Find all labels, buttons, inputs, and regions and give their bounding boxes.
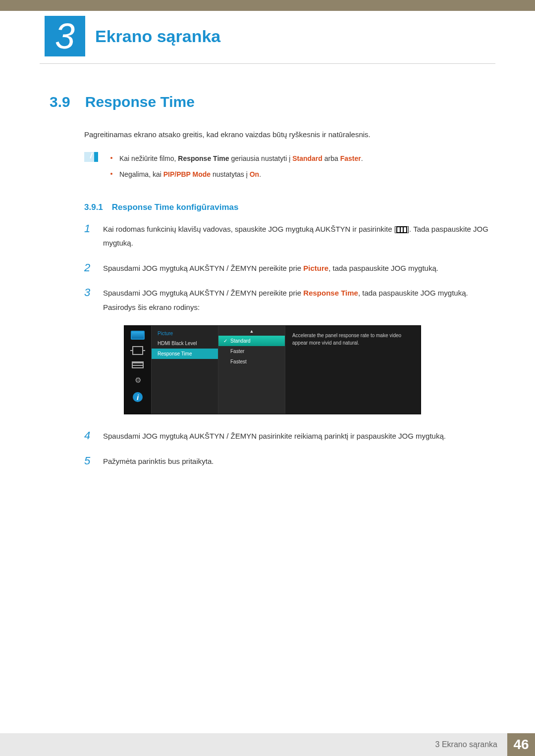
text-bold: Response Time (178, 154, 229, 162)
text-highlight: Faster (340, 154, 361, 162)
step-text: Spausdami JOG mygtuką AUKŠTYN / ŽEMYN pe… (103, 261, 438, 276)
text-highlight: On (250, 170, 259, 178)
chapter-title: Ekrano sąranka (95, 27, 220, 46)
step-text: Spausdami JOG mygtuką AUKŠTYN / ŽEMYN pe… (103, 286, 495, 314)
chapter-number-badge: 3 (45, 16, 85, 56)
osd-item-panel: Picture HDMI Black Level Response Time (152, 326, 218, 414)
text: geriausia nustatyti į (229, 154, 293, 162)
osd-menu: ⚙ i Picture HDMI Black Level Response Ti… (124, 325, 421, 414)
step-text: Spausdami JOG mygtuką AUKŠTYN / ŽEMYN pa… (103, 429, 446, 444)
subsection-title: Response Time konfigūravimas (112, 202, 239, 212)
step-list-continued: 4 Spausdami JOG mygtuką AUKŠTYN / ŽEMYN … (84, 429, 495, 468)
osd-description: Accelerate the panel response rate to ma… (292, 332, 414, 347)
list-tab-icon (132, 361, 144, 368)
menu-icon (396, 226, 407, 233)
size-tab-icon (132, 346, 143, 355)
info-tab-icon: i (133, 392, 143, 402)
osd-category-title: Picture (152, 329, 218, 338)
subsection-number: 3.9.1 (84, 202, 103, 212)
text-highlight: Picture (303, 264, 328, 272)
text: , tada paspauskite JOG mygtuką. (328, 264, 438, 272)
osd-description-panel: Accelerate the panel response rate to ma… (285, 326, 421, 414)
step-text: Pažymėta parinktis bus pritaikyta. (103, 454, 214, 469)
note-item-1: Kai nežiūrite filmo, Response Time geria… (110, 151, 363, 167)
text-highlight: PIP/PBP Mode (163, 170, 211, 178)
section-heading: 3.9 Response Time (50, 94, 495, 110)
section-intro: Pagreitinamas ekrano atsako greitis, kad… (84, 130, 495, 139)
text: . (361, 154, 363, 162)
step-4: 4 Spausdami JOG mygtuką AUKŠTYN / ŽEMYN … (84, 429, 495, 444)
text: Kai rodomas funkcinių klavišų vadovas, s… (103, 225, 396, 233)
footer-chapter-label: 3 Ekrano sąranka (426, 733, 507, 756)
settings-tab-icon: ⚙ (131, 375, 145, 386)
osd-option-faster: Faster (218, 346, 285, 356)
osd-item-response-time: Response Time (152, 349, 218, 359)
text-highlight: Standard (292, 154, 322, 162)
step-number: 3 (84, 286, 93, 314)
text: Negalima, kai (119, 170, 163, 178)
step-list: 1 Kai rodomas funkcinių klavišų vadovas,… (84, 222, 495, 315)
footer-bar (0, 733, 426, 756)
osd-item-hdmi-black-level: HDMI Black Level (152, 338, 218, 349)
page-footer: 3 Ekrano sąranka 46 (0, 733, 535, 756)
text: Spausdami JOG mygtuką AUKŠTYN / ŽEMYN pe… (103, 264, 303, 272)
step-5: 5 Pažymėta parinktis bus pritaikyta. (84, 454, 495, 469)
osd-option-fastest: Fastest (218, 356, 285, 367)
step-text: Kai rodomas funkcinių klavišų vadovas, s… (103, 222, 495, 251)
step-number: 5 (84, 454, 93, 469)
text: nustatytas į (211, 170, 250, 178)
osd-option-standard: Standard (218, 336, 285, 346)
section-title: Response Time (85, 94, 195, 110)
text: Kai nežiūrite filmo, (119, 154, 178, 162)
picture-tab-icon (131, 331, 145, 340)
up-arrow-icon: ▲ (218, 329, 285, 336)
section-number: 3.9 (50, 94, 70, 110)
step-3: 3 Spausdami JOG mygtuką AUKŠTYN / ŽEMYN … (84, 286, 495, 314)
step-number: 2 (84, 261, 93, 276)
osd-option-panel: ▲ Standard Faster Fastest (218, 326, 285, 414)
note-item-2: Negalima, kai PIP/PBP Mode nustatytas į … (110, 167, 363, 183)
note-list: Kai nežiūrite filmo, Response Time geria… (110, 151, 363, 183)
note-icon (84, 152, 98, 162)
chapter-header: 3 Ekrano sąranka (0, 16, 535, 56)
step-2: 2 Spausdami JOG mygtuką AUKŠTYN / ŽEMYN … (84, 261, 495, 276)
text: arba (322, 154, 340, 162)
osd-sidebar: ⚙ i (124, 326, 152, 414)
step-number: 1 (84, 222, 93, 251)
text: . (259, 170, 261, 178)
subsection-heading: 3.9.1 Response Time konfigūravimas (84, 202, 495, 212)
text-highlight: Response Time (303, 289, 358, 297)
page-content: 3.9 Response Time Pagreitinamas ekrano a… (0, 64, 535, 468)
note-block: Kai nežiūrite filmo, Response Time geria… (84, 151, 495, 183)
top-accent-bar (0, 0, 535, 11)
footer-page-number: 46 (507, 733, 535, 756)
text: Spausdami JOG mygtuką AUKŠTYN / ŽEMYN pe… (103, 289, 303, 297)
step-1: 1 Kai rodomas funkcinių klavišų vadovas,… (84, 222, 495, 251)
step-number: 4 (84, 429, 93, 444)
